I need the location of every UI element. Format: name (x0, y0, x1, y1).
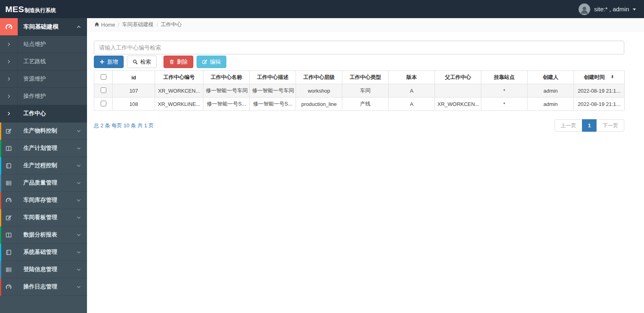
sidebar-item-login-info-management[interactable]: 登陆信息管理 (0, 261, 87, 278)
cell-parent (435, 84, 481, 97)
color-strip (0, 140, 1, 157)
sidebar-item-label: 产品质量管理 (18, 179, 77, 187)
person-icon (580, 5, 589, 15)
book-icon (0, 157, 18, 174)
plus-icon (99, 59, 105, 64)
add-button[interactable]: 新增 (94, 56, 124, 68)
sidebar-item-label: 操作维护 (18, 93, 87, 100)
sidebar-item-label: 操作日志管理 (18, 283, 77, 290)
column-header: 挂靠站点 (481, 71, 528, 84)
sidebar-item-label: 车间库存管理 (18, 197, 77, 204)
pagination-summary: 总 2 条 每页 10 条 共 1 页 (94, 122, 154, 129)
edit-button-label: 编辑 (210, 58, 221, 66)
delete-button-label: 删除 (177, 58, 188, 66)
sidebar-item-production-plan-management[interactable]: 生产计划管理 (0, 140, 87, 157)
delete-button[interactable]: 删除 (164, 56, 193, 68)
chevron-up-icon (77, 25, 81, 29)
cell-station: * (481, 84, 528, 97)
column-header: 工作中心编号 (155, 71, 203, 84)
top-navbar: MES 制造执行系统 site:* , admin (0, 0, 644, 18)
trash-icon (169, 59, 174, 64)
sidebar-item-operation-maintenance[interactable]: 操作维护 (0, 88, 87, 105)
chevron-down-icon (77, 285, 81, 289)
sidebar-item-production-process-control[interactable]: 生产过程控制 (0, 157, 87, 174)
cell-creator: admin (528, 84, 574, 97)
table-row[interactable]: 107 XR_WORKCEN... 修一智能一号车间 修一智能一号车间 work… (94, 84, 625, 97)
cell-description: 修一智能一号S... (250, 97, 296, 111)
prev-page-button[interactable]: 上一页 (555, 119, 582, 132)
color-strip (0, 122, 1, 140)
edit-button[interactable]: 编辑 (197, 56, 226, 68)
pager: 上一页 1 下一页 (555, 119, 624, 132)
sidebar-item-product-quality-management[interactable]: 产品质量管理 (0, 174, 87, 192)
cell-level: production_line (296, 97, 342, 111)
sidebar-item-label: 工作中心 (18, 110, 87, 117)
chevron-right-icon (0, 88, 18, 105)
cell-id: 107 (113, 84, 155, 97)
chevron-right-icon (0, 105, 18, 122)
app-logo: MES 制造执行系统 (0, 4, 87, 14)
cell-name: 修一智能一号S... (203, 97, 250, 111)
page-number-button[interactable]: 1 (582, 119, 597, 132)
color-strip (0, 278, 1, 296)
cell-version: A (389, 97, 435, 111)
sidebar-item-workshop-inventory-management[interactable]: 车间库存管理 (0, 192, 87, 209)
sidebar-item-workshop-kanban-management[interactable]: 车间看板管理 (0, 209, 87, 226)
color-strip (0, 244, 1, 261)
sidebar-item-resource-maintenance[interactable]: 资源维护 (0, 70, 87, 88)
user-label: site:* , admin (594, 6, 629, 12)
row-checkbox-cell (94, 84, 113, 97)
caret-down-icon (633, 8, 636, 10)
columns-icon (0, 140, 18, 157)
header-checkbox-cell (94, 71, 113, 84)
breadcrumb-home[interactable]: Home (101, 22, 115, 28)
color-strip (0, 226, 1, 244)
sidebar-item-label: 登陆信息管理 (18, 266, 77, 273)
chevron-down-icon (77, 250, 81, 255)
chevron-down-icon (77, 146, 81, 151)
row-checkbox[interactable] (101, 101, 106, 106)
sidebar-item-data-analysis-reports[interactable]: 数据分析报表 (0, 226, 87, 244)
search-button-label: 检索 (140, 58, 151, 66)
add-button-label: 新增 (107, 58, 118, 66)
edit-icon (0, 209, 18, 226)
sidebar-item-process-route[interactable]: 工艺路线 (0, 53, 87, 70)
search-button[interactable]: 检索 (127, 56, 157, 68)
chevron-down-icon (77, 129, 81, 133)
sidebar-item-operation-log-management[interactable]: 操作日志管理 (0, 278, 87, 296)
logo-secondary-text: 制造执行系统 (25, 7, 56, 14)
cell-version: A (389, 84, 435, 97)
column-header: 创建人 (528, 71, 574, 84)
chevron-right-icon (0, 53, 18, 70)
breadcrumb: Home / 车间基础建模 / 工作中心 (87, 18, 644, 31)
sidebar-item-label: 资源维护 (18, 75, 87, 83)
sidebar-item-workshop-basic-modeling[interactable]: 车间基础建模 (0, 18, 87, 36)
chevron-right-icon (0, 36, 18, 53)
search-input[interactable] (94, 41, 624, 54)
sidebar-item-work-center[interactable]: 工作中心 (0, 105, 87, 122)
sidebar-item-label: 生产计划管理 (18, 145, 77, 152)
color-strip (0, 261, 1, 278)
column-header: 工作中心层级 (296, 71, 342, 84)
sidebar-item-system-basic-management[interactable]: 系统基础管理 (0, 244, 87, 261)
sidebar-item-label: 数据分析报表 (18, 231, 77, 238)
column-header: 工作中心名称 (203, 71, 250, 84)
user-menu[interactable]: site:* , admin (578, 3, 644, 15)
list-icon (0, 174, 18, 191)
search-icon (133, 59, 138, 64)
row-checkbox[interactable] (101, 87, 106, 93)
sidebar-item-label: 车间看板管理 (18, 214, 77, 221)
chevron-down-icon (77, 216, 81, 220)
breadcrumb-section[interactable]: 车间基础建模 (122, 21, 153, 28)
pin-icon[interactable] (605, 74, 615, 80)
select-all-checkbox[interactable] (101, 74, 106, 80)
sidebar-item-production-material-control[interactable]: 生产物料控制 (0, 122, 87, 140)
next-page-button[interactable]: 下一页 (596, 119, 624, 132)
dashboard-icon (0, 18, 18, 35)
cell-name: 修一智能一号车间 (203, 84, 250, 97)
table-row[interactable]: 108 XR_WORKLINE... 修一智能一号S... 修一智能一号S...… (94, 97, 625, 111)
color-strip (0, 209, 1, 226)
column-header: 父工作中心 (435, 71, 481, 84)
cell-station: * (481, 97, 528, 111)
sidebar-item-station-maintenance[interactable]: 站点维护 (0, 36, 87, 53)
